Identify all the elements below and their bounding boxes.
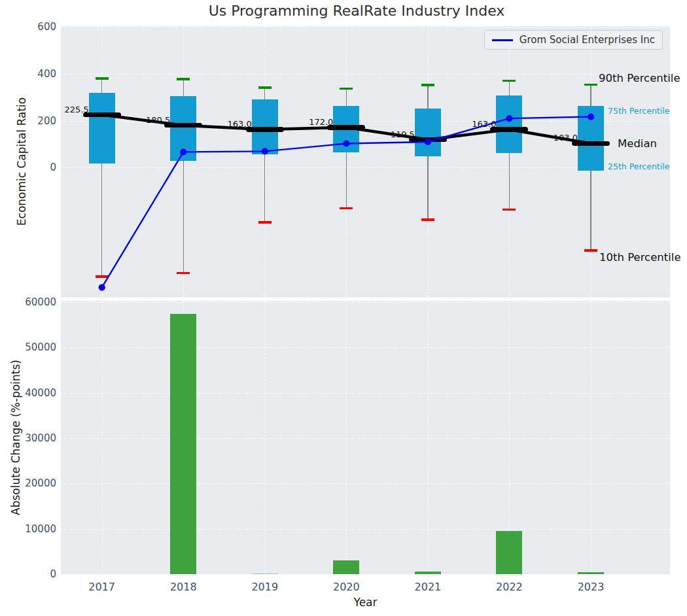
- cap-10th-2019: [258, 221, 272, 224]
- top-axes: Grom Social Enterprises Inc 225.5180.516…: [61, 26, 670, 298]
- cap-90th-2018: [177, 78, 190, 80]
- cap-90th-2017: [96, 77, 109, 80]
- gridline-v: [102, 301, 103, 574]
- gridline-h: [61, 438, 670, 439]
- cap-90th-2021: [421, 84, 434, 86]
- gridline-h: [61, 393, 670, 394]
- bar-2018: [170, 314, 196, 574]
- y-tick-label: 600: [14, 21, 56, 33]
- gridline-h: [61, 27, 670, 27]
- cap-10th-2023: [584, 249, 597, 252]
- box-2022: [496, 95, 522, 153]
- bar-2019: [252, 573, 278, 574]
- x-axis-label: Year: [61, 596, 670, 609]
- bar-2021: [415, 572, 441, 574]
- x-tick-label-2023: 2023: [561, 581, 620, 593]
- y-tick-label: 30000: [14, 432, 56, 444]
- gridline-h: [61, 529, 670, 530]
- x-tick-label-2019: 2019: [236, 581, 294, 593]
- annotation-90th-percentile: 90th Percentile: [599, 72, 680, 84]
- box-2021: [415, 109, 441, 156]
- y-tick-label: 10000: [14, 523, 56, 535]
- cap-10th-2021: [421, 218, 434, 221]
- chart-figure: Us Programming RealRate Industry Index E…: [0, 0, 687, 616]
- bar-2022: [496, 531, 522, 574]
- bar-2023: [578, 572, 604, 574]
- gridline-v: [346, 301, 347, 574]
- y-tick-label: 50000: [14, 341, 56, 353]
- median-label-2019: 163.0: [203, 119, 252, 129]
- cap-90th-2023: [584, 84, 597, 86]
- box-2018: [170, 96, 196, 161]
- y-tick-label: 60000: [14, 296, 56, 308]
- y-tick-label: 200: [14, 115, 56, 127]
- legend: Grom Social Enterprises Inc: [484, 30, 663, 50]
- median-label-2023: 103.0: [529, 133, 578, 143]
- gridline-h: [61, 74, 670, 75]
- y-tick-label: 20000: [14, 477, 56, 489]
- gridline-h: [61, 302, 670, 303]
- annotation-25th-percentile: 25th Percentile: [608, 162, 669, 171]
- cap-10th-2020: [340, 207, 353, 210]
- x-tick-label-2020: 2020: [317, 581, 376, 593]
- annotation-median: Median: [618, 137, 657, 150]
- legend-label: Grom Social Enterprises Inc: [520, 34, 655, 46]
- gridline-h: [61, 483, 670, 484]
- cap-10th-2018: [177, 272, 190, 275]
- y-tick-label: 40000: [14, 387, 56, 399]
- gridline-v: [265, 301, 266, 574]
- median-label-2017: 225.5: [41, 105, 89, 114]
- cap-90th-2019: [258, 86, 272, 89]
- cap-10th-2017: [96, 275, 109, 278]
- median-label-2021: 119.5: [366, 129, 415, 139]
- x-tick-label-2022: 2022: [480, 581, 538, 593]
- box-2017: [89, 93, 115, 163]
- gridline-v: [591, 301, 591, 574]
- x-tick-label-2021: 2021: [398, 581, 457, 593]
- chart-title: Us Programming RealRate Industry Index: [209, 3, 505, 19]
- y-tick-label: 400: [14, 68, 56, 80]
- y-tick-label: 0: [14, 162, 56, 173]
- cap-10th-2022: [502, 209, 516, 211]
- cap-90th-2020: [340, 88, 353, 90]
- bar-2020: [333, 560, 359, 574]
- y-tick-label: 0: [14, 568, 56, 580]
- legend-line-swatch: [492, 39, 513, 41]
- gridline-v: [428, 301, 429, 574]
- median-label-2022: 163.0: [448, 119, 496, 129]
- median-label-2018: 180.5: [122, 115, 170, 125]
- median-label-2020: 172.0: [285, 117, 333, 127]
- annotation-75th-percentile: 75th Percentile: [608, 105, 669, 115]
- cap-90th-2022: [502, 80, 516, 82]
- box-2023: [578, 106, 604, 171]
- bottom-axes: [61, 301, 670, 574]
- x-tick-label-2018: 2018: [154, 581, 213, 593]
- annotation-10th-percentile: 10th Percentile: [599, 251, 681, 264]
- gridline-h: [61, 347, 670, 348]
- x-tick-label-2017: 2017: [73, 581, 132, 593]
